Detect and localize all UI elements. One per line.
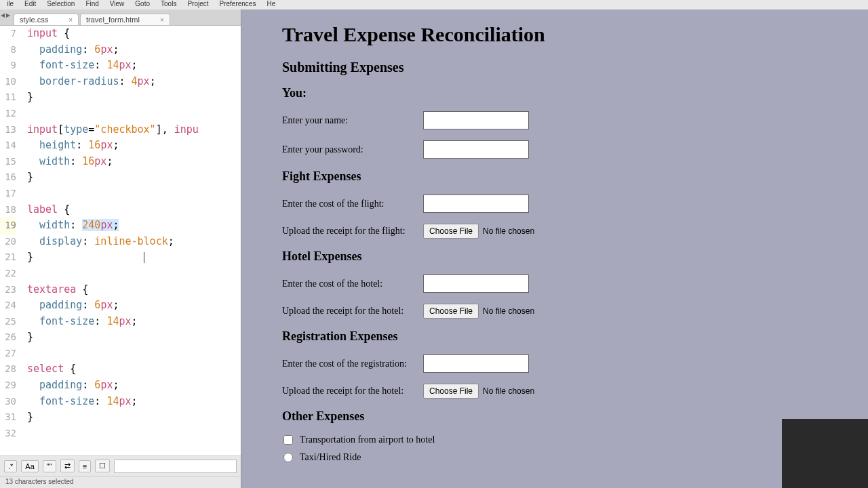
flight-upload-label: Upload the receipt for the flight: [282, 226, 423, 237]
close-icon[interactable]: × [160, 16, 164, 24]
flight-choose-file-button[interactable]: Choose File [423, 224, 479, 239]
section-registration-heading: Registration Expenses [282, 329, 827, 344]
registration-cost-label: Enter the cost of the registration: [282, 359, 423, 369]
browser-preview: Travel Expense Reconciliation Submitting… [241, 0, 868, 488]
tab-label: style.css [20, 16, 48, 24]
find-input[interactable] [114, 460, 237, 473]
tab-label: travel_form.html [86, 16, 140, 24]
close-icon[interactable]: × [68, 16, 73, 24]
section-you-heading: You: [282, 86, 827, 100]
find-option-button[interactable]: "" [43, 460, 56, 472]
tab-bar: ◀▶ style.css×travel_form.html× [0, 9, 241, 26]
menu-project[interactable]: Project [182, 0, 214, 9]
hotel-file-status: No file chosen [483, 306, 534, 316]
find-option-button[interactable]: ☐ [95, 460, 110, 472]
find-option-button[interactable]: ⇄ [60, 460, 75, 472]
find-option-button[interactable]: Aa [21, 460, 38, 472]
hotel-cost-label: Enter the cost of the hotel: [282, 279, 423, 289]
registration-choose-file-button[interactable]: Choose File [423, 384, 479, 399]
code-content[interactable]: input { padding: 6px; font-size: 14px; b… [27, 26, 241, 441]
page-title: Travel Expense Reconciliation [282, 23, 827, 46]
find-option-button[interactable]: ≡ [79, 460, 91, 472]
section-other-heading: Other Expenses [282, 409, 827, 424]
find-bar: .*Aa""⇄≡☐ [0, 455, 241, 476]
flight-file-status: No file chosen [483, 226, 534, 236]
page-subtitle: Submitting Expenses [282, 60, 827, 75]
name-input[interactable] [423, 111, 529, 129]
registration-file-status: No file chosen [483, 386, 534, 396]
editor-panel: ◀▶ style.css×travel_form.html× 789101112… [0, 0, 241, 488]
line-gutter: 7891011121314151617181920212223242526272… [0, 26, 20, 441]
section-hotel-heading: Hotel Expenses [282, 249, 827, 264]
status-bar: 13 characters selected [0, 476, 241, 488]
taxi-radio[interactable] [283, 453, 293, 462]
registration-cost-input[interactable] [423, 354, 529, 373]
menu-find[interactable]: Find [80, 0, 104, 9]
taxi-label: Taxi/Hired Ride [300, 452, 361, 463]
tab-nav-arrows[interactable]: ◀▶ [0, 12, 11, 18]
hotel-cost-input[interactable] [423, 274, 529, 293]
menu-he[interactable]: He [261, 0, 281, 9]
tab-style-css[interactable]: style.css× [14, 14, 79, 25]
tab-travel_form-html[interactable]: travel_form.html× [80, 14, 170, 25]
section-flight-heading: Fight Expenses [282, 169, 827, 184]
name-label: Enter your name: [282, 115, 423, 126]
menu-ile[interactable]: ile [1, 0, 19, 9]
hotel-choose-file-button[interactable]: Choose File [423, 304, 479, 319]
menu-view[interactable]: View [104, 0, 130, 9]
menu-preferences[interactable]: Preferences [214, 0, 262, 9]
menu-goto[interactable]: Goto [130, 0, 155, 9]
flight-cost-input[interactable] [423, 195, 529, 213]
menu-tools[interactable]: Tools [155, 0, 182, 9]
menu-bar[interactable]: ileEditSelectionFindViewGotoToolsProject… [0, 0, 868, 9]
hotel-upload-label: Upload the receipt for the hotel: [282, 306, 423, 317]
webcam-overlay [782, 419, 868, 488]
transportation-label: Transportation from airport to hotel [300, 434, 435, 445]
password-input[interactable] [423, 140, 529, 159]
code-editor[interactable]: 7891011121314151617181920212223242526272… [0, 26, 241, 455]
find-option-button[interactable]: .* [4, 460, 17, 472]
menu-selection[interactable]: Selection [41, 0, 80, 9]
transportation-checkbox[interactable] [283, 435, 293, 445]
registration-upload-label: Upload the receipt for the hotel: [282, 386, 423, 396]
menu-edit[interactable]: Edit [19, 0, 41, 9]
password-label: Enter your password: [282, 144, 423, 155]
flight-cost-label: Enter the cost of the flight: [282, 199, 423, 209]
